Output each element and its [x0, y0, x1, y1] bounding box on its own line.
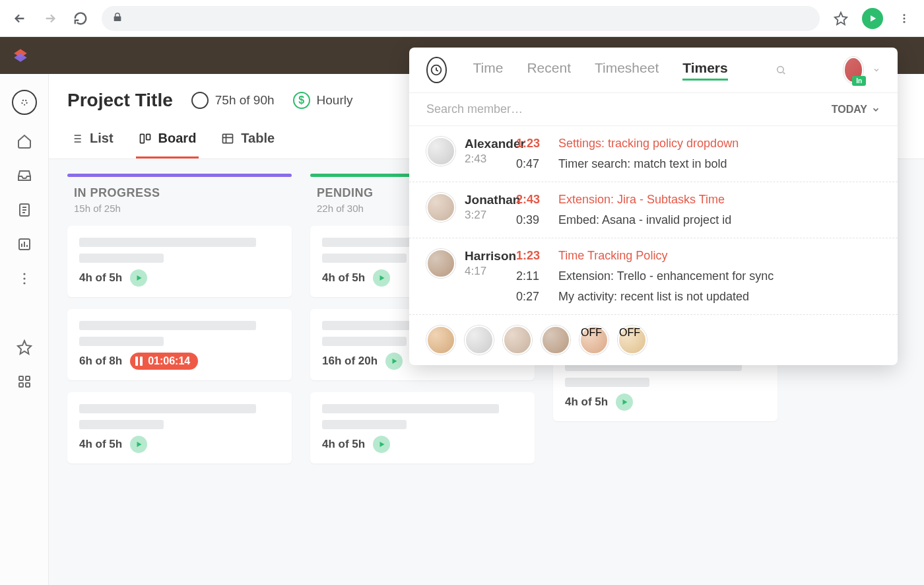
member-avatar[interactable]: [426, 326, 455, 355]
document-icon[interactable]: [16, 202, 32, 218]
skeleton-line: [322, 404, 499, 413]
skeleton-line: [79, 321, 256, 330]
member-tasks: 1:23Time Tracking Policy2:11Extension: T…: [516, 249, 880, 304]
favorites-star-icon[interactable]: [16, 339, 32, 355]
pause-icon: [135, 357, 143, 366]
members-list: Alexander2:43 1:23Settings: tracking pol…: [409, 126, 898, 315]
svg-rect-14: [146, 134, 150, 139]
sidebar-timer-icon[interactable]: [12, 90, 37, 115]
skeleton-line: [79, 420, 164, 429]
chevron-down-icon[interactable]: [873, 65, 880, 75]
skeleton-line: [79, 337, 164, 346]
panel-tab-timers[interactable]: Timers: [682, 60, 728, 81]
member-row: Alexander2:43 1:23Settings: tracking pol…: [409, 126, 898, 182]
forward-button[interactable]: [41, 9, 59, 28]
member-name: Jonathan: [465, 193, 520, 207]
home-icon[interactable]: [16, 133, 32, 149]
skeleton-line: [79, 238, 256, 247]
task-card[interactable]: 6h of 8h01:06:14: [67, 309, 292, 380]
svg-point-6: [23, 273, 25, 275]
lock-icon: [112, 12, 123, 25]
member-avatar[interactable]: [541, 326, 570, 355]
billing-chip: $ Hourly: [293, 92, 353, 109]
tab-board[interactable]: Board: [136, 125, 199, 158]
task-line[interactable]: 0:47Timer search: match text in bold: [516, 157, 880, 171]
current-user-avatar[interactable]: In: [843, 57, 864, 83]
task-title: My activity: recent list is not updated: [558, 290, 749, 304]
browser-toolbar: [0, 0, 924, 37]
running-timer-pill[interactable]: 01:06:14: [130, 353, 198, 370]
panel-tabs: Time Recent Timesheet Timers In: [409, 48, 898, 93]
browser-menu-button[interactable]: [895, 9, 913, 28]
skeleton-line: [322, 254, 407, 263]
svg-point-7: [23, 277, 25, 279]
play-button[interactable]: [385, 353, 403, 370]
task-card[interactable]: 4h of 5h: [67, 226, 292, 297]
panel-tab-recent[interactable]: Recent: [527, 60, 571, 81]
member-avatar[interactable]: [503, 326, 532, 355]
member-total-time: 4:17: [465, 265, 516, 278]
svg-point-8: [23, 282, 25, 284]
task-duration: 0:47: [516, 157, 546, 171]
apps-grid-icon[interactable]: [16, 374, 32, 390]
member-search-input[interactable]: [426, 102, 699, 116]
member-tasks: 2:43Extension: Jira - Subtasks Time0:39E…: [516, 193, 880, 227]
more-icon[interactable]: [16, 271, 32, 287]
kebab-icon: [898, 13, 910, 24]
extension-play-button[interactable]: [862, 8, 883, 29]
task-title: Extension: Jira - Subtasks Time: [558, 193, 725, 207]
member-avatar[interactable]: [426, 193, 455, 222]
play-button[interactable]: [130, 269, 147, 287]
date-filter-dropdown[interactable]: TODAY: [832, 104, 880, 116]
member-name: Harrison: [465, 249, 516, 263]
date-filter-label: TODAY: [832, 104, 867, 116]
svg-rect-9: [19, 376, 23, 380]
task-line[interactable]: 0:27My activity: recent list is not upda…: [516, 290, 880, 304]
back-button[interactable]: [11, 9, 29, 28]
play-button[interactable]: [373, 436, 390, 453]
task-line[interactable]: 2:11Extension: Trello - enhancement for …: [516, 269, 880, 283]
member-info: Alexander2:43: [426, 137, 504, 171]
task-duration: 0:27: [516, 290, 546, 304]
chart-icon[interactable]: [16, 236, 32, 252]
star-icon: [834, 11, 848, 26]
search-icon[interactable]: [776, 63, 786, 77]
board-column: IN PROGRESS 15h of 25h 4h of 5h6h of 8h0…: [67, 174, 292, 570]
bookmark-star-button[interactable]: [832, 9, 850, 28]
svg-rect-15: [223, 134, 233, 143]
address-bar[interactable]: [102, 6, 820, 31]
task-line[interactable]: 1:23Settings: tracking policy dropdown: [516, 137, 880, 151]
panel-logo-icon: [426, 57, 447, 83]
play-button[interactable]: [130, 436, 147, 453]
tab-list[interactable]: List: [67, 125, 116, 158]
task-card[interactable]: 4h of 5h: [67, 392, 292, 464]
billing-text: Hourly: [317, 93, 353, 108]
play-button[interactable]: [616, 394, 633, 411]
svg-rect-11: [19, 383, 23, 387]
member-avatar[interactable]: [426, 249, 455, 278]
task-title: Settings: tracking policy dropdown: [558, 137, 739, 151]
project-title: Project Title: [67, 90, 173, 111]
reload-button[interactable]: [71, 9, 90, 28]
member-total-time: 3:27: [465, 209, 520, 222]
member-avatar[interactable]: OFF: [618, 326, 647, 355]
inbox-icon[interactable]: [16, 168, 32, 184]
member-avatar[interactable]: [426, 137, 455, 166]
tab-table-label: Table: [241, 131, 275, 146]
task-line[interactable]: 0:39Embed: Asana - invalid project id: [516, 213, 880, 227]
task-line[interactable]: 1:23Time Tracking Policy: [516, 249, 880, 263]
panel-caret: [862, 48, 878, 49]
list-icon: [70, 132, 83, 145]
task-line[interactable]: 2:43Extension: Jira - Subtasks Time: [516, 193, 880, 207]
tab-table[interactable]: Table: [218, 125, 277, 158]
panel-tab-timesheet[interactable]: Timesheet: [595, 60, 659, 81]
task-card[interactable]: 4h of 5h: [310, 392, 535, 464]
member-avatar[interactable]: OFF: [579, 326, 609, 355]
member-avatar[interactable]: [465, 326, 494, 355]
member-row: Harrison4:17 1:23Time Tracking Policy2:1…: [409, 238, 898, 315]
task-duration: 2:11: [516, 269, 546, 283]
panel-search-row: TODAY: [409, 93, 898, 126]
panel-tab-time[interactable]: Time: [473, 60, 504, 81]
play-button[interactable]: [373, 269, 390, 287]
skeleton-line: [322, 337, 407, 346]
